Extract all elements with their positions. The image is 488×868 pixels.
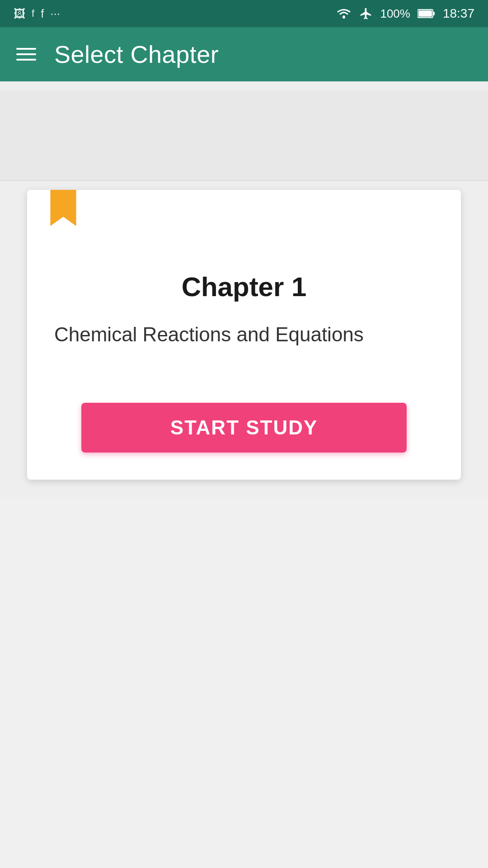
chapter-card-body: Chapter 1 Chemical Reactions and Equatio… [27, 190, 461, 453]
battery-icon [418, 9, 436, 19]
more-dots-icon: ··· [50, 7, 60, 21]
hamburger-menu-button[interactable] [16, 48, 36, 61]
image-icon: 🖼 [14, 7, 25, 21]
chapter-subtitle: Chemical Reactions and Equations [54, 321, 434, 349]
svg-rect-3 [433, 12, 435, 15]
content-area: Chapter 1 Chemical Reactions and Equatio… [0, 81, 488, 498]
flipboard-icon: f [32, 8, 34, 19]
hamburger-line-1 [16, 48, 36, 50]
bookmark-icon [50, 190, 77, 226]
airplane-icon [359, 7, 373, 20]
hamburger-line-2 [16, 53, 36, 55]
svg-point-0 [343, 16, 345, 19]
app-bar: Select Chapter [0, 27, 488, 81]
start-study-button[interactable]: START STUDY [81, 403, 407, 453]
status-bar: 🖼 f f ··· 100% 18:37 [0, 0, 488, 27]
page-title: Select Chapter [54, 40, 219, 68]
wifi-icon [336, 7, 352, 20]
facebook-icon: f [41, 7, 44, 21]
chapter-card: Chapter 1 Chemical Reactions and Equatio… [27, 190, 461, 480]
hamburger-line-3 [16, 59, 36, 61]
battery-percentage: 100% [380, 7, 410, 21]
chapter-title: Chapter 1 [182, 271, 307, 302]
svg-rect-2 [418, 10, 432, 17]
time-display: 18:37 [443, 6, 474, 21]
status-bar-right: 100% 18:37 [336, 6, 474, 21]
ad-banner [0, 90, 488, 181]
status-bar-left: 🖼 f f ··· [14, 7, 60, 21]
